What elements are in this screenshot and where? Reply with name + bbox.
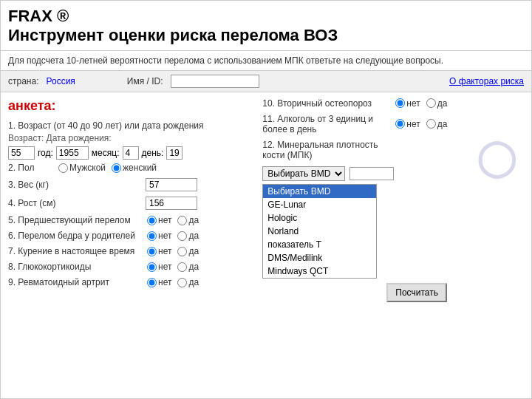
day-label: день: bbox=[142, 147, 164, 160]
month-input[interactable] bbox=[123, 146, 139, 160]
q11-no-radio[interactable] bbox=[395, 119, 405, 129]
q9-yes-radio[interactable] bbox=[177, 278, 187, 287]
q9-row: 9. Ревматоидный артрит нет да bbox=[8, 277, 248, 287]
right-column: 10. Вторичный остеопороз нет да 11. Алко… bbox=[255, 98, 524, 307]
q6-no-label: нет bbox=[158, 231, 171, 241]
bmd-list-item-3[interactable]: Norland bbox=[263, 225, 376, 238]
gender-male-radio[interactable] bbox=[58, 163, 68, 173]
q4-height-row: 4. Рост (см) bbox=[8, 197, 248, 210]
id-label: Имя / ID: bbox=[127, 76, 163, 86]
weight-input[interactable] bbox=[146, 178, 197, 191]
q9-no[interactable]: нет bbox=[147, 277, 171, 287]
q6-label: 6. Перелом бедра у родителей bbox=[8, 231, 141, 241]
gender-female-radio[interactable] bbox=[112, 163, 121, 173]
month-label: месяц: bbox=[92, 147, 120, 160]
q7-no-radio[interactable] bbox=[147, 247, 157, 256]
section-title: анкета: bbox=[8, 98, 248, 114]
q11-row: 11. Алкоголь от 3 единиц и более в день … bbox=[262, 114, 524, 134]
q7-no[interactable]: нет bbox=[147, 246, 171, 256]
gender-female-option[interactable]: женский bbox=[112, 163, 157, 173]
q11-label: 11. Алкоголь от 3 единиц и более в день bbox=[262, 114, 395, 134]
q6-no-radio[interactable] bbox=[147, 231, 157, 241]
q11-yes-label: да bbox=[437, 119, 448, 129]
risk-factors-link[interactable]: О факторах риска bbox=[449, 76, 524, 86]
country-value: Россия bbox=[46, 76, 75, 86]
q10-label: 10. Вторичный остеопороз bbox=[262, 98, 395, 109]
q2-gender-row: 2. Пол Мужской женский bbox=[8, 163, 248, 173]
q10-yes-label: да bbox=[437, 98, 448, 109]
gender-female-label: женский bbox=[123, 163, 157, 173]
year-input[interactable] bbox=[56, 146, 89, 160]
q2-label: 2. Пол bbox=[8, 163, 52, 173]
bmd-value-input[interactable] bbox=[349, 167, 394, 180]
q6-yes-radio[interactable] bbox=[177, 231, 187, 241]
q6-yes-label: да bbox=[188, 231, 199, 241]
q11-no-label: нет bbox=[406, 119, 420, 129]
q8-no-radio[interactable] bbox=[147, 262, 157, 272]
q8-yes-radio[interactable] bbox=[177, 262, 187, 272]
q6-row: 6. Перелом бедра у родителей нет да bbox=[8, 231, 248, 241]
calculate-button[interactable]: Посчитать bbox=[386, 283, 447, 302]
q9-yes-label: да bbox=[188, 277, 199, 287]
q6-yes[interactable]: да bbox=[177, 231, 199, 241]
q8-label: 8. Глюкокортикоиды bbox=[8, 262, 141, 272]
height-input[interactable] bbox=[146, 197, 197, 210]
q9-no-radio[interactable] bbox=[147, 278, 157, 287]
q3-label: 3. Вес (кг) bbox=[8, 180, 141, 190]
toolbar: страна: Россия Имя / ID: О факторах риск… bbox=[1, 71, 531, 92]
bmd-list-item-4[interactable]: показатель T bbox=[263, 238, 376, 251]
q12-label: 12. Минеральная плотность кости (МПК) bbox=[262, 140, 395, 160]
q7-row: 7. Курение в настоящее время нет да bbox=[8, 246, 248, 256]
q7-label: 7. Курение в настоящее время bbox=[8, 246, 141, 256]
page-title: FRAX ® Инструмент оценки риска перелома … bbox=[8, 7, 524, 46]
gender-male-label: Мужской bbox=[69, 163, 106, 173]
q10-no[interactable]: нет bbox=[395, 98, 420, 109]
q1-age-row: 1. Возраст (от 40 до 90 лет) или дата ро… bbox=[8, 120, 248, 160]
q5-yes-label: да bbox=[188, 215, 199, 225]
q5-no[interactable]: нет bbox=[147, 215, 171, 225]
q9-label: 9. Ревматоидный артрит bbox=[8, 277, 141, 287]
year-label: год: bbox=[38, 147, 53, 160]
q7-yes[interactable]: да bbox=[177, 246, 199, 256]
q5-no-label: нет bbox=[158, 215, 171, 225]
q11-no[interactable]: нет bbox=[395, 119, 420, 129]
bmd-list-item-0[interactable]: Выбирать BMD bbox=[263, 185, 376, 198]
q1-sub: Возраст: Дата рождения: bbox=[8, 132, 248, 145]
q5-yes-radio[interactable] bbox=[177, 216, 187, 225]
q7-yes-radio[interactable] bbox=[177, 247, 187, 256]
q12-row: 12. Минеральная плотность кости (МПК) Вы… bbox=[262, 140, 524, 302]
page-description: Для подсчета 10-летней вероятности перел… bbox=[1, 51, 531, 71]
q9-yes[interactable]: да bbox=[177, 277, 199, 287]
country-label: страна: bbox=[8, 76, 38, 86]
day-input[interactable] bbox=[166, 146, 183, 160]
bmd-select-row: Выбирать BMD GE-Lunar Hologic Norland по… bbox=[262, 166, 447, 181]
q8-yes-label: да bbox=[188, 262, 199, 272]
bmd-dropdown-list[interactable]: Выбирать BMD GE-Lunar Hologic Norland по… bbox=[262, 184, 377, 279]
q7-yes-label: да bbox=[188, 246, 199, 256]
bmd-list-item-6[interactable]: Mindways QCT bbox=[263, 265, 376, 278]
q6-no[interactable]: нет bbox=[147, 231, 171, 241]
q10-yes-radio[interactable] bbox=[426, 98, 436, 108]
q11-yes-radio[interactable] bbox=[426, 119, 436, 129]
bmd-list-item-1[interactable]: GE-Lunar bbox=[263, 198, 376, 211]
q10-yes[interactable]: да bbox=[426, 98, 448, 109]
q5-yes[interactable]: да bbox=[177, 215, 199, 225]
q8-no[interactable]: нет bbox=[147, 262, 171, 272]
q10-no-radio[interactable] bbox=[395, 98, 405, 108]
gender-male-option[interactable]: Мужской bbox=[58, 163, 106, 173]
page-header: FRAX ® Инструмент оценки риска перелома … bbox=[1, 1, 531, 51]
q1-label: 1. Возраст (от 40 до 90 лет) или дата ро… bbox=[8, 120, 248, 132]
q8-yes[interactable]: да bbox=[177, 262, 199, 272]
id-input[interactable] bbox=[171, 75, 259, 88]
bmd-select[interactable]: Выбирать BMD GE-Lunar Hologic Norland по… bbox=[262, 166, 345, 181]
q11-yes[interactable]: да bbox=[426, 119, 448, 129]
bmd-list-item-2[interactable]: Hologic bbox=[263, 211, 376, 225]
left-column: анкета: 1. Возраст (от 40 до 90 лет) или… bbox=[8, 98, 255, 307]
age-input[interactable] bbox=[8, 146, 35, 160]
main-content: анкета: 1. Возраст (от 40 до 90 лет) или… bbox=[1, 92, 531, 313]
q3-weight-row: 3. Вес (кг) bbox=[8, 178, 248, 191]
q5-no-radio[interactable] bbox=[147, 216, 157, 225]
bmd-list-item-5[interactable]: DMS/Medilink bbox=[263, 251, 376, 265]
q10-row: 10. Вторичный остеопороз нет да bbox=[262, 98, 524, 109]
q9-no-label: нет bbox=[158, 277, 171, 287]
